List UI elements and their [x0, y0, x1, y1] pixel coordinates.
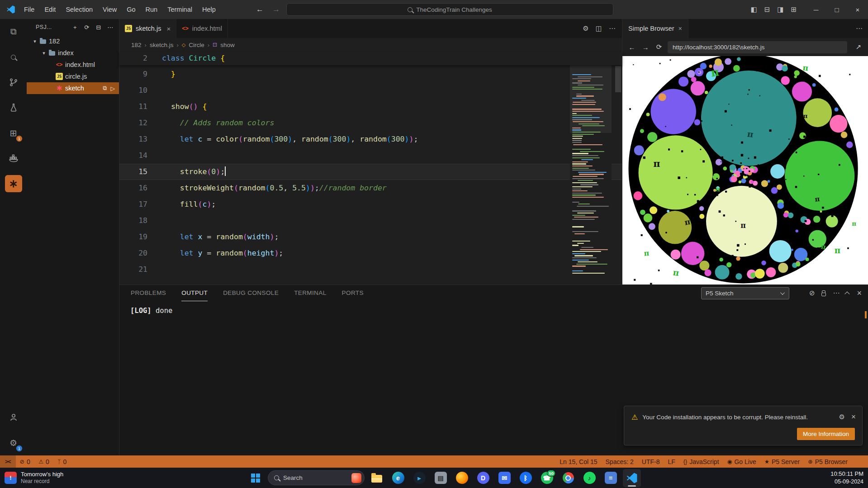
status-eol[interactable]: LF	[664, 455, 679, 468]
simple-browser-tab[interactable]: Simple Browser ×	[622, 19, 688, 38]
status-cursor-position[interactable]: Ln 15, Col 15	[555, 455, 601, 468]
sticky-scroll-line[interactable]: 2class Circle {	[119, 52, 622, 65]
panel-tab-debug-console[interactable]: DEBUG CONSOLE	[223, 285, 279, 301]
run-sketch-icon[interactable]: ▷	[110, 85, 115, 92]
status-errors[interactable]: ⊘0	[16, 455, 34, 468]
more-actions-icon[interactable]: ⋯	[609, 24, 616, 33]
activity-item-extensions[interactable]: ⊞1	[0, 120, 27, 146]
url-input[interactable]: http://localhost:3000/182\sketch.js	[668, 41, 847, 53]
maximize-button[interactable]: □	[826, 0, 847, 19]
activity-item-p5-sketch[interactable]: ∗	[0, 171, 27, 196]
minimap-slider[interactable]	[570, 65, 612, 133]
editor-scrollbar[interactable]	[614, 65, 622, 284]
taskbar-discord[interactable]: D	[474, 469, 492, 487]
taskbar-telegram[interactable]: ▸	[410, 469, 428, 487]
weather-widget[interactable]: ! Tomorrow's high Near record	[5, 468, 63, 488]
taskbar-clock[interactable]: 10:50:11 PM 05-09-2024	[830, 468, 863, 488]
activity-item-source-control[interactable]	[0, 70, 27, 95]
toggle-sidebar-icon[interactable]: ◧	[750, 5, 757, 14]
tab-close-icon[interactable]: ×	[166, 25, 171, 33]
tree-item-182[interactable]: ▾182	[27, 35, 119, 47]
scrollbar-thumb[interactable]	[615, 66, 621, 92]
taskbar-firefox[interactable]	[453, 469, 471, 487]
tab-sketch-js[interactable]: JSsketch.js×	[119, 19, 176, 38]
lock-scroll-icon[interactable]	[821, 293, 826, 296]
menu-run[interactable]: Run	[141, 0, 163, 19]
maximize-panel-icon[interactable]	[845, 291, 850, 296]
browser-forward-icon[interactable]: →	[639, 40, 652, 54]
taskbar-spotify[interactable]: ♪	[580, 469, 598, 487]
panel-tab-output[interactable]: OUTPUT	[181, 285, 208, 301]
output-channel-dropdown[interactable]: P5 Sketch	[701, 287, 789, 299]
tree-item-index-html[interactable]: <>index.html	[27, 59, 119, 71]
tree-item-index[interactable]: ▾index	[27, 47, 119, 59]
status-p5-browser[interactable]: ⊕P5 Browser	[804, 455, 852, 468]
start-button[interactable]	[247, 469, 265, 487]
editor-settings-icon[interactable]: ⚙	[583, 24, 588, 33]
taskbar-search-box[interactable]: Search	[268, 470, 365, 485]
toggle-panel-icon[interactable]: ⊟	[764, 5, 770, 14]
panel-tab-problems[interactable]: PROBLEMS	[131, 285, 166, 301]
taskbar-chrome[interactable]	[559, 469, 577, 487]
breadcrumb-item-Circle[interactable]: Circle	[189, 42, 204, 48]
tree-item-sketch[interactable]: ∗sketch⧉▷	[27, 82, 119, 94]
refresh-icon[interactable]: ⟳	[82, 22, 92, 32]
browser-back-icon[interactable]: ←	[625, 40, 639, 54]
minimap[interactable]	[570, 65, 612, 284]
panel-close-icon[interactable]: ×	[857, 289, 862, 298]
menu-file[interactable]: File	[19, 0, 39, 19]
status-encoding[interactable]: UTF-8	[638, 455, 664, 468]
status-indentation[interactable]: Spaces: 2	[602, 455, 638, 468]
open-external-icon[interactable]: ↗	[852, 40, 865, 54]
activity-item-accounts[interactable]	[0, 405, 27, 430]
taskbar-printer[interactable]: ▤	[432, 469, 450, 487]
taskbar-vscode[interactable]	[623, 469, 641, 487]
clear-output-icon[interactable]: ⊘	[809, 289, 815, 297]
taskbar-edge[interactable]: e	[389, 469, 407, 487]
breadcrumb-item-sketch-js[interactable]: sketch.js	[150, 42, 174, 48]
menu-terminal[interactable]: Terminal	[162, 0, 197, 19]
menu-selection[interactable]: Selection	[61, 0, 98, 19]
activity-item-settings[interactable]: ⚙1	[0, 430, 27, 455]
activity-item-explorer[interactable]: ⧉	[0, 19, 27, 44]
menu-view[interactable]: View	[98, 0, 122, 19]
activity-item-docker[interactable]	[0, 146, 27, 171]
taskbar-file-explorer[interactable]	[368, 469, 386, 487]
nav-back-icon[interactable]: ←	[256, 0, 264, 19]
status-p5-server[interactable]: ★P5 Server	[760, 455, 804, 468]
activity-item-search[interactable]	[0, 44, 27, 70]
taskbar-whatsapp[interactable]: ☎50	[538, 469, 556, 487]
browser-reload-icon[interactable]: ⟳	[652, 40, 666, 54]
tab-index-html[interactable]: <>index.html	[176, 19, 228, 38]
notification-settings-icon[interactable]: ⚙	[839, 413, 845, 421]
panel-more-icon[interactable]: ⋯	[833, 289, 840, 297]
breadcrumb-item-182[interactable]: 182	[131, 42, 142, 48]
close-button[interactable]: ×	[847, 0, 868, 19]
more-information-button[interactable]: More Information	[797, 428, 855, 440]
status-warnings[interactable]: ⚠0	[34, 455, 53, 468]
tree-item-circle-js[interactable]: JScircle.js	[27, 71, 119, 82]
customize-layout-icon[interactable]: ⊞	[791, 5, 797, 14]
more-actions-icon[interactable]: ⋯	[105, 22, 115, 32]
open-to-side-icon[interactable]: ⧉	[103, 85, 107, 92]
menu-help[interactable]: Help	[197, 0, 221, 19]
browser-tab-close-icon[interactable]: ×	[678, 25, 682, 32]
activity-item-testing[interactable]	[0, 95, 27, 120]
status-ports[interactable]: ᛉ0	[53, 455, 71, 468]
code-editor[interactable]: 9 }1011 show() {12 // Adds random colors…	[119, 66, 622, 278]
menu-edit[interactable]: Edit	[39, 0, 61, 19]
nav-forward-icon[interactable]: →	[272, 0, 280, 19]
new-file-icon[interactable]: +	[70, 22, 80, 32]
panel-tab-terminal[interactable]: TERMINAL	[294, 285, 326, 301]
toggle-secondary-sidebar-icon[interactable]: ◨	[777, 5, 783, 14]
status-remote-indicator[interactable]: ><	[0, 455, 16, 468]
browser-more-actions-icon[interactable]: ⋯	[856, 24, 863, 33]
taskbar-mail[interactable]: ✉	[495, 469, 513, 487]
command-center-search[interactable]: TheCodingTrain Challenges	[286, 3, 613, 16]
minimize-button[interactable]: ─	[806, 0, 826, 19]
taskbar-bluetooth[interactable]: ᛒ	[517, 469, 535, 487]
breadcrumb-item-show[interactable]: show	[220, 42, 235, 48]
notification-close-icon[interactable]: ×	[851, 412, 856, 422]
taskbar-calculator[interactable]: =	[602, 469, 620, 487]
menu-go[interactable]: Go	[122, 0, 140, 19]
